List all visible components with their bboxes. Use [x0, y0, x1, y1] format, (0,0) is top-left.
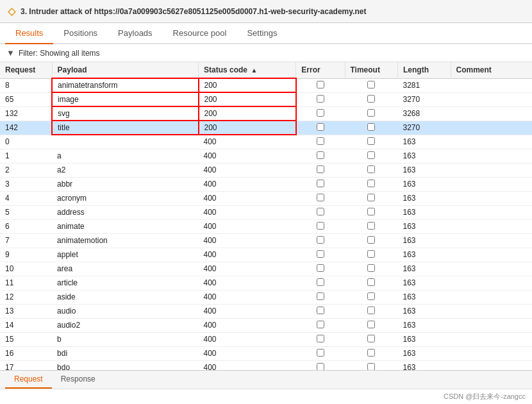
- timeout-checkbox[interactable]: [367, 292, 375, 300]
- error-checkbox[interactable]: [317, 109, 324, 117]
- table-row[interactable]: 15 b 400 163: [0, 332, 532, 346]
- table-row[interactable]: 7 animatemotion 400 163: [0, 233, 532, 248]
- col-header-timeout[interactable]: Timeout: [345, 62, 398, 78]
- cell-error[interactable]: [296, 78, 345, 92]
- cell-error[interactable]: [296, 262, 345, 276]
- timeout-checkbox[interactable]: [367, 278, 375, 286]
- col-header-status[interactable]: Status code ▲: [199, 62, 296, 78]
- cell-timeout[interactable]: [345, 92, 398, 106]
- cell-timeout[interactable]: [345, 78, 398, 92]
- error-checkbox[interactable]: [317, 137, 324, 145]
- cell-timeout[interactable]: [345, 318, 398, 332]
- error-checkbox[interactable]: [317, 236, 324, 244]
- timeout-checkbox[interactable]: [367, 151, 375, 159]
- table-row[interactable]: 3 abbr 400 163: [0, 177, 532, 191]
- table-row[interactable]: 12 aside 400 163: [0, 290, 532, 304]
- cell-timeout[interactable]: [345, 106, 398, 121]
- timeout-checkbox[interactable]: [367, 222, 375, 230]
- timeout-checkbox[interactable]: [367, 109, 375, 117]
- cell-error[interactable]: [296, 163, 345, 177]
- error-checkbox[interactable]: [317, 264, 324, 272]
- timeout-checkbox[interactable]: [367, 208, 375, 215]
- error-checkbox[interactable]: [317, 349, 324, 357]
- tab-positions[interactable]: Positions: [53, 23, 108, 44]
- timeout-checkbox[interactable]: [367, 194, 375, 201]
- cell-error[interactable]: [296, 290, 345, 304]
- cell-timeout[interactable]: [345, 205, 398, 219]
- timeout-checkbox[interactable]: [367, 264, 375, 272]
- error-checkbox[interactable]: [317, 180, 324, 187]
- cell-error[interactable]: [296, 92, 345, 106]
- timeout-checkbox[interactable]: [367, 349, 375, 357]
- table-row[interactable]: 142 title 200 3270: [0, 121, 532, 135]
- tab-results[interactable]: Results: [5, 23, 53, 44]
- error-checkbox[interactable]: [317, 292, 324, 300]
- cell-timeout[interactable]: [345, 290, 398, 304]
- cell-timeout[interactable]: [345, 304, 398, 318]
- results-table-container[interactable]: Request Payload Status code ▲ Error Time…: [0, 62, 532, 370]
- table-row[interactable]: 132 svg 200 3268: [0, 106, 532, 121]
- error-checkbox[interactable]: [317, 278, 324, 286]
- table-row[interactable]: 11 article 400 163: [0, 276, 532, 290]
- error-checkbox[interactable]: [317, 222, 324, 230]
- error-checkbox[interactable]: [317, 307, 324, 314]
- table-row[interactable]: 5 address 400 163: [0, 205, 532, 219]
- timeout-checkbox[interactable]: [367, 335, 375, 342]
- tab-resource-pool[interactable]: Resource pool: [163, 23, 237, 44]
- col-header-error[interactable]: Error: [296, 62, 345, 78]
- col-header-length[interactable]: Length: [398, 62, 451, 78]
- table-row[interactable]: 2 a2 400 163: [0, 163, 532, 177]
- timeout-checkbox[interactable]: [367, 95, 375, 103]
- timeout-checkbox[interactable]: [367, 137, 375, 145]
- timeout-checkbox[interactable]: [367, 321, 375, 328]
- error-checkbox[interactable]: [317, 123, 324, 131]
- table-row[interactable]: 16 bdi 400 163: [0, 346, 532, 360]
- table-row[interactable]: 1 a 400 163: [0, 149, 532, 163]
- error-checkbox[interactable]: [317, 151, 324, 159]
- error-checkbox[interactable]: [317, 335, 324, 342]
- col-header-comment[interactable]: Comment: [451, 62, 532, 78]
- error-checkbox[interactable]: [317, 363, 324, 371]
- bottom-tab-response[interactable]: Response: [52, 371, 104, 389]
- cell-error[interactable]: [296, 346, 345, 360]
- table-row[interactable]: 14 audio2 400 163: [0, 318, 532, 332]
- cell-timeout[interactable]: [345, 360, 398, 370]
- bottom-tab-request[interactable]: Request: [5, 371, 52, 389]
- cell-timeout[interactable]: [345, 276, 398, 290]
- cell-timeout[interactable]: [345, 219, 398, 233]
- cell-error[interactable]: [296, 276, 345, 290]
- cell-timeout[interactable]: [345, 346, 398, 360]
- cell-error[interactable]: [296, 106, 345, 121]
- cell-timeout[interactable]: [345, 177, 398, 191]
- col-header-request[interactable]: Request: [0, 62, 52, 78]
- cell-error[interactable]: [296, 332, 345, 346]
- table-row[interactable]: 4 acronym 400 163: [0, 191, 532, 205]
- cell-error[interactable]: [296, 149, 345, 163]
- tab-payloads[interactable]: Payloads: [108, 23, 162, 44]
- timeout-checkbox[interactable]: [367, 307, 375, 314]
- cell-error[interactable]: [296, 233, 345, 248]
- timeout-checkbox[interactable]: [367, 236, 375, 244]
- cell-timeout[interactable]: [345, 121, 398, 135]
- timeout-checkbox[interactable]: [367, 81, 375, 88]
- error-checkbox[interactable]: [317, 95, 324, 103]
- col-header-payload[interactable]: Payload: [52, 62, 198, 78]
- cell-timeout[interactable]: [345, 163, 398, 177]
- table-row[interactable]: 17 bdo 400 163: [0, 360, 532, 370]
- table-row[interactable]: 13 audio 400 163: [0, 304, 532, 318]
- error-checkbox[interactable]: [317, 194, 324, 201]
- cell-error[interactable]: [296, 219, 345, 233]
- cell-timeout[interactable]: [345, 248, 398, 262]
- error-checkbox[interactable]: [317, 208, 324, 215]
- error-checkbox[interactable]: [317, 81, 324, 88]
- table-row[interactable]: 6 animate 400 163: [0, 219, 532, 233]
- table-row[interactable]: 10 area 400 163: [0, 262, 532, 276]
- timeout-checkbox[interactable]: [367, 363, 375, 371]
- cell-timeout[interactable]: [345, 135, 398, 149]
- cell-timeout[interactable]: [345, 233, 398, 248]
- timeout-checkbox[interactable]: [367, 165, 375, 173]
- error-checkbox[interactable]: [317, 250, 324, 258]
- cell-timeout[interactable]: [345, 332, 398, 346]
- cell-error[interactable]: [296, 121, 345, 135]
- tab-settings[interactable]: Settings: [237, 23, 287, 44]
